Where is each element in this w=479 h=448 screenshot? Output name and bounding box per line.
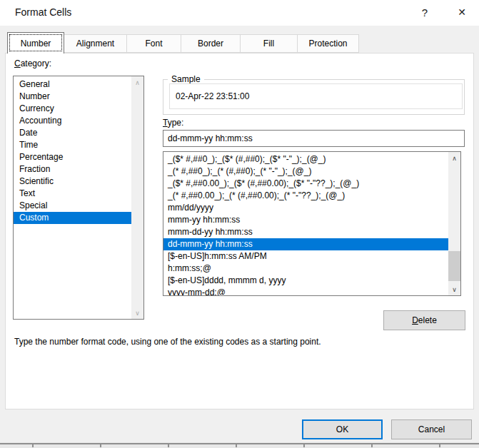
ok-button[interactable]: OK [302, 419, 383, 439]
dialog-title: Format Cells [15, 6, 71, 18]
format-code-item[interactable]: mmm-yy hh:mm:ss [163, 214, 448, 226]
scroll-up-icon[interactable]: ∧ [448, 152, 460, 164]
type-input[interactable] [163, 130, 465, 147]
category-item-scientific[interactable]: Scientific [14, 175, 131, 188]
format-code-item[interactable]: yyyy-mm-dd;@ [163, 287, 448, 296]
title-bar: Format Cells ? ✕ [0, 0, 479, 26]
format-code-item[interactable]: _(* #,##0_);_(* (#,##0);_(* "-"_);_(@_) [163, 166, 448, 178]
format-code-item[interactable]: mm/dd/yyyy [163, 202, 448, 214]
category-item-special[interactable]: Special [14, 200, 131, 212]
category-item-percentage[interactable]: Percentage [14, 151, 131, 163]
category-item-text[interactable]: Text [14, 188, 131, 200]
hint-text: Type the number format code, using one o… [14, 337, 457, 347]
sample-value: 02-Apr-22 23:51:00 [176, 91, 249, 101]
category-listbox: General Number Currency Accounting Date … [13, 76, 144, 320]
scroll-down-icon[interactable]: ∨ [131, 307, 143, 319]
help-icon[interactable]: ? [413, 1, 437, 23]
category-item-number[interactable]: Number [14, 91, 131, 103]
category-item-general[interactable]: General [14, 78, 131, 91]
category-scrollbar[interactable]: ∧ ∨ [131, 76, 143, 319]
sample-value-box: 02-Apr-22 23:51:00 [169, 83, 463, 109]
tab-alignment[interactable]: Alignment [64, 34, 127, 53]
format-code-item[interactable]: _($* #,##0.00_);_($* (#,##0.00);_($* "-"… [163, 178, 448, 190]
tab-number[interactable]: Number [7, 32, 64, 54]
tab-protection[interactable]: Protection [298, 34, 359, 53]
column-tick [100, 444, 101, 447]
gridline [0, 443, 479, 444]
category-item-currency[interactable]: Currency [14, 103, 131, 115]
category-item-custom[interactable]: Custom [14, 212, 131, 224]
category-item-date[interactable]: Date [14, 127, 131, 139]
format-code-item[interactable]: h:mm:ss;@ [163, 263, 448, 275]
format-code-item[interactable]: _(* #,##0.00_);_(* (#,##0.00);_(* "-"??_… [163, 190, 448, 202]
format-code-item[interactable]: _($* #,##0_);_($* (#,##0);_($* "-"_);_(@… [163, 153, 448, 166]
column-tick [32, 444, 34, 447]
format-code-item-selected[interactable]: dd-mmm-yy hh:mm:ss [163, 238, 448, 250]
tab-font[interactable]: Font [127, 34, 181, 53]
scroll-up-icon[interactable]: ∧ [131, 76, 143, 88]
excel-sheet-edge [0, 442, 479, 448]
sample-label: Sample [168, 74, 204, 84]
column-tick [439, 444, 440, 447]
column-tick [236, 444, 237, 447]
category-item-fraction[interactable]: Fraction [14, 163, 131, 175]
column-tick [371, 444, 373, 447]
format-code-item[interactable]: [$-en-US]h:mm:ss AM/PM [163, 250, 448, 263]
column-tick [303, 444, 305, 447]
type-label: Type: [163, 118, 183, 128]
type-scrollbar[interactable]: ∧ ∨ [448, 152, 460, 295]
cancel-button[interactable]: Cancel [391, 419, 472, 439]
category-item-accounting[interactable]: Accounting [14, 115, 131, 127]
scroll-down-icon[interactable]: ∨ [448, 283, 460, 295]
column-tick [168, 444, 169, 447]
tab-border[interactable]: Border [181, 34, 241, 53]
category-label: Category: [14, 58, 51, 68]
scrollbar-thumb[interactable] [448, 251, 460, 281]
close-icon[interactable]: ✕ [450, 1, 474, 23]
type-listbox: _($* #,##0_);_($* (#,##0);_($* "-"_);_(@… [163, 151, 461, 296]
format-cells-dialog: { "window": { "title": "Format Cells", "… [0, 0, 479, 448]
tab-fill[interactable]: Fill [241, 34, 298, 53]
category-item-time[interactable]: Time [14, 139, 131, 151]
format-code-item[interactable]: mmm-dd-yy hh:mm:ss [163, 226, 448, 238]
delete-button[interactable]: Delete [383, 310, 465, 330]
format-code-item[interactable]: [$-en-US]dddd, mmmm d, yyyy [163, 275, 448, 287]
tab-strip: Number Alignment Font Border Fill Protec… [7, 32, 359, 54]
